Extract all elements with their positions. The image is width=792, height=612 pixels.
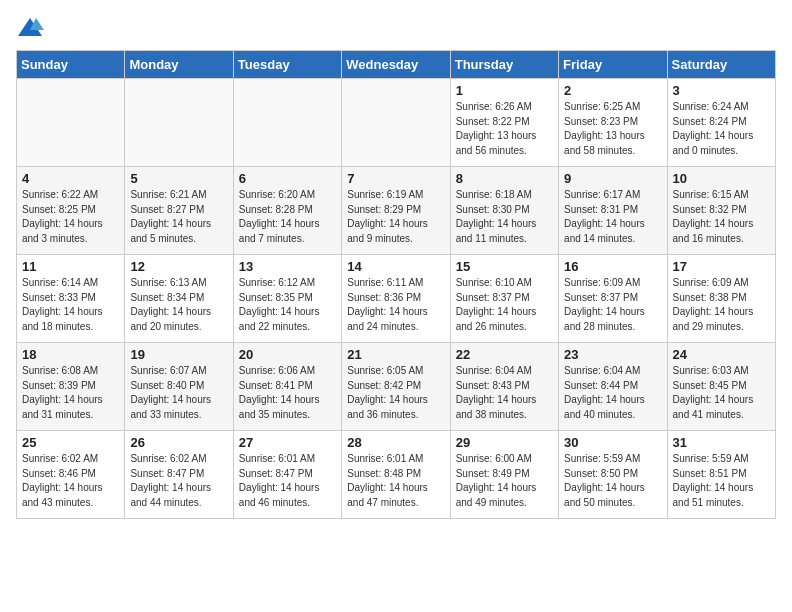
calendar-cell: 23Sunrise: 6:04 AM Sunset: 8:44 PM Dayli… <box>559 343 667 431</box>
weekday-header: Tuesday <box>233 51 341 79</box>
calendar-cell: 1Sunrise: 6:26 AM Sunset: 8:22 PM Daylig… <box>450 79 558 167</box>
day-info: Sunrise: 6:04 AM Sunset: 8:43 PM Dayligh… <box>456 364 553 422</box>
day-number: 10 <box>673 171 770 186</box>
calendar-cell: 19Sunrise: 6:07 AM Sunset: 8:40 PM Dayli… <box>125 343 233 431</box>
day-info: Sunrise: 6:25 AM Sunset: 8:23 PM Dayligh… <box>564 100 661 158</box>
calendar-cell <box>233 79 341 167</box>
calendar-cell: 13Sunrise: 6:12 AM Sunset: 8:35 PM Dayli… <box>233 255 341 343</box>
weekday-header: Monday <box>125 51 233 79</box>
day-number: 16 <box>564 259 661 274</box>
calendar-cell: 27Sunrise: 6:01 AM Sunset: 8:47 PM Dayli… <box>233 431 341 519</box>
page-header <box>16 16 776 38</box>
day-number: 27 <box>239 435 336 450</box>
calendar-cell: 9Sunrise: 6:17 AM Sunset: 8:31 PM Daylig… <box>559 167 667 255</box>
day-number: 19 <box>130 347 227 362</box>
day-number: 28 <box>347 435 444 450</box>
day-number: 2 <box>564 83 661 98</box>
day-number: 8 <box>456 171 553 186</box>
day-number: 14 <box>347 259 444 274</box>
weekday-header: Thursday <box>450 51 558 79</box>
day-info: Sunrise: 6:03 AM Sunset: 8:45 PM Dayligh… <box>673 364 770 422</box>
day-number: 13 <box>239 259 336 274</box>
day-info: Sunrise: 6:22 AM Sunset: 8:25 PM Dayligh… <box>22 188 119 246</box>
day-info: Sunrise: 6:09 AM Sunset: 8:37 PM Dayligh… <box>564 276 661 334</box>
calendar-cell: 29Sunrise: 6:00 AM Sunset: 8:49 PM Dayli… <box>450 431 558 519</box>
day-info: Sunrise: 6:05 AM Sunset: 8:42 PM Dayligh… <box>347 364 444 422</box>
calendar-cell: 8Sunrise: 6:18 AM Sunset: 8:30 PM Daylig… <box>450 167 558 255</box>
day-info: Sunrise: 6:02 AM Sunset: 8:46 PM Dayligh… <box>22 452 119 510</box>
day-info: Sunrise: 6:00 AM Sunset: 8:49 PM Dayligh… <box>456 452 553 510</box>
calendar-cell: 5Sunrise: 6:21 AM Sunset: 8:27 PM Daylig… <box>125 167 233 255</box>
day-number: 15 <box>456 259 553 274</box>
logo-icon <box>16 16 44 38</box>
calendar-cell: 26Sunrise: 6:02 AM Sunset: 8:47 PM Dayli… <box>125 431 233 519</box>
day-info: Sunrise: 6:18 AM Sunset: 8:30 PM Dayligh… <box>456 188 553 246</box>
calendar-cell: 28Sunrise: 6:01 AM Sunset: 8:48 PM Dayli… <box>342 431 450 519</box>
day-number: 3 <box>673 83 770 98</box>
day-info: Sunrise: 5:59 AM Sunset: 8:51 PM Dayligh… <box>673 452 770 510</box>
calendar-cell: 21Sunrise: 6:05 AM Sunset: 8:42 PM Dayli… <box>342 343 450 431</box>
day-number: 20 <box>239 347 336 362</box>
calendar-cell: 14Sunrise: 6:11 AM Sunset: 8:36 PM Dayli… <box>342 255 450 343</box>
day-info: Sunrise: 6:21 AM Sunset: 8:27 PM Dayligh… <box>130 188 227 246</box>
day-info: Sunrise: 5:59 AM Sunset: 8:50 PM Dayligh… <box>564 452 661 510</box>
calendar-cell: 16Sunrise: 6:09 AM Sunset: 8:37 PM Dayli… <box>559 255 667 343</box>
calendar-cell: 18Sunrise: 6:08 AM Sunset: 8:39 PM Dayli… <box>17 343 125 431</box>
weekday-header: Friday <box>559 51 667 79</box>
weekday-header: Saturday <box>667 51 775 79</box>
day-number: 29 <box>456 435 553 450</box>
calendar-cell <box>17 79 125 167</box>
day-number: 4 <box>22 171 119 186</box>
day-info: Sunrise: 6:13 AM Sunset: 8:34 PM Dayligh… <box>130 276 227 334</box>
calendar-cell: 3Sunrise: 6:24 AM Sunset: 8:24 PM Daylig… <box>667 79 775 167</box>
day-info: Sunrise: 6:01 AM Sunset: 8:48 PM Dayligh… <box>347 452 444 510</box>
day-number: 12 <box>130 259 227 274</box>
day-info: Sunrise: 6:11 AM Sunset: 8:36 PM Dayligh… <box>347 276 444 334</box>
calendar-cell: 31Sunrise: 5:59 AM Sunset: 8:51 PM Dayli… <box>667 431 775 519</box>
day-number: 7 <box>347 171 444 186</box>
calendar-cell: 15Sunrise: 6:10 AM Sunset: 8:37 PM Dayli… <box>450 255 558 343</box>
calendar-cell: 12Sunrise: 6:13 AM Sunset: 8:34 PM Dayli… <box>125 255 233 343</box>
day-info: Sunrise: 6:02 AM Sunset: 8:47 PM Dayligh… <box>130 452 227 510</box>
day-info: Sunrise: 6:10 AM Sunset: 8:37 PM Dayligh… <box>456 276 553 334</box>
day-number: 23 <box>564 347 661 362</box>
weekday-header: Sunday <box>17 51 125 79</box>
calendar-cell: 17Sunrise: 6:09 AM Sunset: 8:38 PM Dayli… <box>667 255 775 343</box>
logo <box>16 16 48 38</box>
day-info: Sunrise: 6:06 AM Sunset: 8:41 PM Dayligh… <box>239 364 336 422</box>
calendar-cell: 10Sunrise: 6:15 AM Sunset: 8:32 PM Dayli… <box>667 167 775 255</box>
day-info: Sunrise: 6:24 AM Sunset: 8:24 PM Dayligh… <box>673 100 770 158</box>
day-number: 24 <box>673 347 770 362</box>
day-number: 9 <box>564 171 661 186</box>
calendar-cell: 11Sunrise: 6:14 AM Sunset: 8:33 PM Dayli… <box>17 255 125 343</box>
day-info: Sunrise: 6:09 AM Sunset: 8:38 PM Dayligh… <box>673 276 770 334</box>
day-number: 30 <box>564 435 661 450</box>
calendar-cell: 22Sunrise: 6:04 AM Sunset: 8:43 PM Dayli… <box>450 343 558 431</box>
day-number: 26 <box>130 435 227 450</box>
calendar-cell: 7Sunrise: 6:19 AM Sunset: 8:29 PM Daylig… <box>342 167 450 255</box>
day-number: 18 <box>22 347 119 362</box>
day-info: Sunrise: 6:14 AM Sunset: 8:33 PM Dayligh… <box>22 276 119 334</box>
day-number: 31 <box>673 435 770 450</box>
weekday-header: Wednesday <box>342 51 450 79</box>
day-number: 11 <box>22 259 119 274</box>
day-info: Sunrise: 6:08 AM Sunset: 8:39 PM Dayligh… <box>22 364 119 422</box>
day-info: Sunrise: 6:26 AM Sunset: 8:22 PM Dayligh… <box>456 100 553 158</box>
day-number: 1 <box>456 83 553 98</box>
calendar-cell: 6Sunrise: 6:20 AM Sunset: 8:28 PM Daylig… <box>233 167 341 255</box>
calendar-cell: 30Sunrise: 5:59 AM Sunset: 8:50 PM Dayli… <box>559 431 667 519</box>
day-number: 21 <box>347 347 444 362</box>
day-info: Sunrise: 6:17 AM Sunset: 8:31 PM Dayligh… <box>564 188 661 246</box>
day-info: Sunrise: 6:15 AM Sunset: 8:32 PM Dayligh… <box>673 188 770 246</box>
day-number: 22 <box>456 347 553 362</box>
day-info: Sunrise: 6:19 AM Sunset: 8:29 PM Dayligh… <box>347 188 444 246</box>
calendar-cell: 2Sunrise: 6:25 AM Sunset: 8:23 PM Daylig… <box>559 79 667 167</box>
calendar-cell: 24Sunrise: 6:03 AM Sunset: 8:45 PM Dayli… <box>667 343 775 431</box>
day-number: 6 <box>239 171 336 186</box>
calendar-cell: 25Sunrise: 6:02 AM Sunset: 8:46 PM Dayli… <box>17 431 125 519</box>
calendar-cell: 4Sunrise: 6:22 AM Sunset: 8:25 PM Daylig… <box>17 167 125 255</box>
day-info: Sunrise: 6:12 AM Sunset: 8:35 PM Dayligh… <box>239 276 336 334</box>
day-number: 25 <box>22 435 119 450</box>
day-info: Sunrise: 6:20 AM Sunset: 8:28 PM Dayligh… <box>239 188 336 246</box>
calendar-table: SundayMondayTuesdayWednesdayThursdayFrid… <box>16 50 776 519</box>
